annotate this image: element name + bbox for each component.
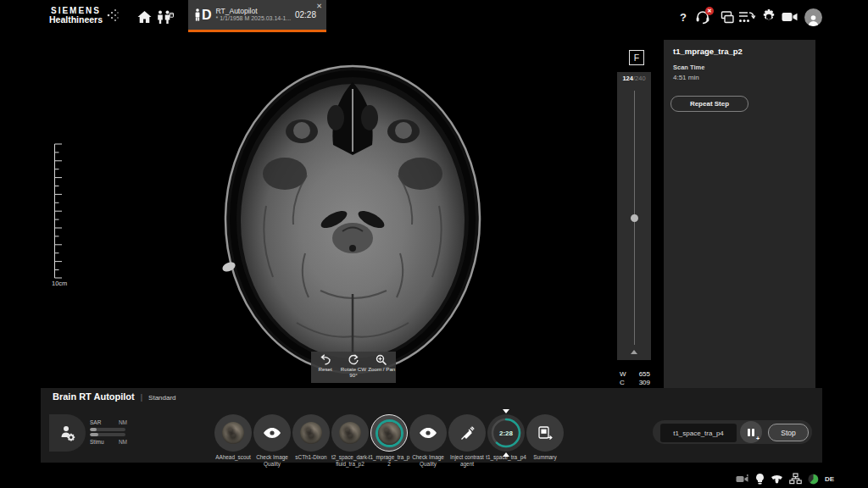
running-marker-bottom-icon: [503, 452, 509, 457]
stop-button[interactable]: Stop: [768, 424, 809, 441]
scan-thumbnail: [300, 422, 322, 444]
intercom-phone-icon[interactable]: [771, 474, 783, 484]
step-check-image-quality-1[interactable]: Check Image Quality: [253, 414, 292, 469]
title-separator: |: [141, 393, 142, 402]
application-window: SIEMENS Healthineers D RT_Autopilot: [0, 0, 868, 488]
step-inject-contrast[interactable]: Inject contrast agent: [448, 414, 487, 469]
person-gear-icon: [59, 424, 76, 441]
help-icon: ?: [680, 11, 687, 24]
scan-time-label: Scan Time: [673, 64, 704, 71]
stimu-value: NM: [119, 439, 127, 445]
video-camera-icon: [782, 11, 798, 23]
siemens-healthineers-logo: SIEMENS Healthineers: [49, 6, 120, 25]
notification-badge: ✕: [705, 7, 714, 15]
exam-timer: 02:28: [295, 10, 316, 19]
slice-scroll-panel: 124/240: [617, 72, 651, 360]
sequence-title: t1_mprage_tra_p2: [673, 47, 743, 56]
step-scth1-dixon[interactable]: sCTh1-Dixon: [292, 414, 331, 461]
sequence-detail-panel: t1_mprage_tra_p2 Scan Time 4:51 min Repe…: [664, 40, 815, 388]
user-account-button[interactable]: [804, 8, 822, 26]
logo-line2: Healthineers: [49, 15, 103, 25]
next-sequence-field[interactable]: [660, 424, 737, 442]
rotate-cw-icon: [348, 354, 359, 365]
pause-icon: [748, 429, 750, 436]
step-t2-space-dark-fluid[interactable]: t2_space_dark-fluid_tra_p2: [331, 414, 370, 469]
transfer-queue-button[interactable]: [737, 8, 756, 26]
settings-button[interactable]: [760, 8, 778, 26]
step-t1-space-running[interactable]: 2:28 t1_space_tra_p4: [487, 414, 526, 461]
status-bar: DE: [736, 472, 834, 485]
summary-icon: [538, 426, 553, 441]
patient-initial: D: [202, 8, 212, 23]
pause-add-button[interactable]: +: [740, 421, 762, 443]
exam-settings-button[interactable]: [49, 414, 86, 452]
mri-viewport[interactable]: [178, 40, 530, 381]
patient-registration-button[interactable]: [156, 8, 175, 26]
step-t1-mprage-selected[interactable]: t1_mprage_tra_p2: [370, 414, 409, 469]
step-aahead-scout[interactable]: AAhead_scout: [214, 414, 253, 461]
rotate-cw-button[interactable]: Rotate CW 90°: [339, 352, 367, 383]
workflow-title: Brain RT Autopilot: [53, 391, 135, 402]
remote-assist-button[interactable]: ✕: [693, 8, 712, 26]
run-control-group: + Stop: [653, 420, 812, 444]
sar-meter: [90, 428, 125, 431]
plus-icon: +: [756, 435, 760, 441]
zoom-icon: [376, 354, 387, 365]
step-summary[interactable]: Summary: [526, 414, 565, 461]
avatar: [804, 8, 822, 26]
tab-title: RT_Autopilot: [216, 7, 292, 16]
language-indicator[interactable]: DE: [825, 475, 834, 483]
logo-dots-icon: [106, 6, 120, 25]
scan-thumbnail: [222, 422, 244, 444]
layouts-button[interactable]: [717, 8, 736, 26]
exam-tab-rt-autopilot[interactable]: D RT_Autopilot * 1/1/1958 M 2025.03.14-1…: [188, 0, 326, 32]
patient-icon: D: [194, 8, 212, 23]
workflow-panel: Brain RT Autopilot | Standard SARNM Stim…: [41, 388, 822, 463]
sar-label: SAR: [90, 419, 101, 425]
stimu-meter: [90, 433, 125, 436]
home-icon: [137, 10, 152, 24]
window-center-values: W655 C309: [620, 370, 650, 388]
safety-meters: SARNM StimuNM: [90, 419, 127, 445]
workflow-mode: Standard: [148, 394, 175, 402]
light-icon[interactable]: [755, 474, 765, 485]
ruler-label: 10cm: [52, 280, 67, 287]
mri-brain-image: [178, 40, 530, 381]
network-icon[interactable]: [789, 473, 802, 485]
sar-value: NM: [119, 419, 127, 425]
scale-ruler: [53, 142, 64, 280]
scan-thumbnail: [339, 422, 361, 444]
repeat-step-button[interactable]: Repeat Step: [670, 96, 748, 112]
eye-icon: [264, 428, 281, 438]
gear-icon: [761, 9, 776, 25]
scan-thumbnail: [378, 422, 401, 445]
reset-button[interactable]: Reset: [311, 352, 339, 383]
step-countdown: 2:28: [487, 430, 525, 437]
slice-counter: 124/240: [617, 75, 651, 82]
recording-button[interactable]: [780, 8, 798, 26]
sync-status-icon[interactable]: [808, 474, 819, 485]
home-button[interactable]: [135, 8, 153, 26]
help-button[interactable]: ?: [674, 8, 693, 26]
orientation-marker: F: [629, 50, 644, 65]
tab-close-icon[interactable]: ✕: [316, 2, 322, 10]
scan-time-value: 4:51 min: [673, 74, 699, 81]
step-check-image-quality-2[interactable]: Check Image Quality: [409, 414, 448, 469]
patient-registration-icon: [157, 10, 174, 25]
stimu-label: Stimu: [90, 439, 104, 445]
reset-icon: [320, 354, 331, 365]
running-marker-top-icon: [503, 409, 509, 413]
slice-slider-handle[interactable]: [631, 214, 638, 222]
tab-patient-info: * 1/1/1958 M 2025.03.14-1...: [216, 15, 292, 23]
eye-icon: [420, 428, 437, 438]
syringe-icon: [460, 426, 475, 441]
table-camera-icon[interactable]: [736, 474, 749, 484]
windows-icon: [719, 11, 734, 24]
zoom-pan-button[interactable]: Zoom / Pan: [368, 352, 396, 383]
slider-arrow-icon[interactable]: [631, 350, 637, 354]
queue-icon: [738, 10, 755, 25]
image-tools-overlay: Reset Rotate CW 90° Zoom / Pan: [311, 352, 396, 383]
